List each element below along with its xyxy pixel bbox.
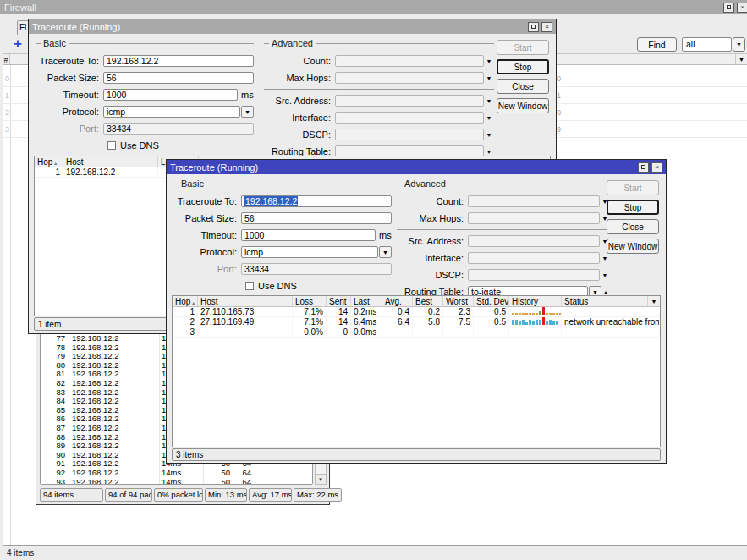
column-header-loss[interactable]: Loss (293, 296, 327, 306)
ping-seq: 83 (41, 388, 69, 398)
use-dns-checkbox[interactable] (107, 141, 116, 150)
ping-seq: 82 (41, 379, 69, 388)
filter-dropdown[interactable]: all (682, 37, 732, 52)
max-hops-field[interactable] (335, 72, 484, 84)
column-header-history[interactable]: History (509, 296, 562, 306)
chevron-down-icon[interactable]: ▼ (484, 75, 494, 81)
ping-status-cell: Avg: 17 ms (249, 488, 292, 502)
sort-icon: ▴ (54, 161, 57, 166)
ping-host: 192.168.12.2 (69, 469, 160, 478)
protocol-dropdown-button[interactable]: ▼ (379, 246, 392, 258)
traceroute-to-field[interactable]: 192.168.12.2 (241, 195, 392, 207)
packet-size-field[interactable]: 56 (241, 212, 392, 224)
firewall-titlebar: Firewall × (0, 0, 747, 14)
start-button[interactable]: Start (497, 40, 549, 55)
ping-seq: 77 (41, 334, 69, 343)
chevron-down-icon[interactable]: ▼ (484, 149, 494, 155)
close-button[interactable]: Close (497, 79, 549, 94)
protocol-dropdown-button[interactable]: ▼ (241, 106, 254, 118)
table-row[interactable]: 2 27.110.169.49 7.1% 14 6.4ms 6.4 5.8 7.… (173, 317, 660, 327)
column-header-last[interactable]: Last (351, 296, 382, 306)
column-selector-button[interactable]: ▼ (648, 296, 660, 306)
add-rule-button[interactable]: + (14, 36, 22, 52)
src-address-field[interactable] (335, 95, 484, 107)
column-header-status[interactable]: Status (562, 296, 648, 306)
interface-field[interactable] (468, 252, 600, 264)
dialog-buttons: Start Stop Close New Window (497, 40, 549, 113)
dialog-titlebar[interactable]: Traceroute (Running) × (29, 19, 556, 34)
column-selector-button[interactable]: ▼ (735, 54, 747, 64)
find-button[interactable]: Find (637, 37, 677, 52)
protocol-field[interactable]: icmp (103, 106, 240, 118)
chevron-down-icon: ▼ (382, 250, 388, 255)
use-dns-checkbox[interactable] (245, 282, 254, 290)
max-hops-field[interactable] (468, 212, 600, 224)
port-label: Port: (173, 264, 241, 274)
chevron-down-icon[interactable]: ▼ (600, 272, 610, 278)
dialog-titlebar[interactable]: Traceroute (Running) × (167, 160, 666, 174)
dialog-maximize-button[interactable] (638, 162, 649, 173)
column-header-hop[interactable]: Hop▴ (173, 296, 198, 306)
chevron-down-icon[interactable]: ▼ (484, 58, 494, 64)
dialog-close-button[interactable]: × (651, 162, 662, 173)
item-count: 1 item (38, 320, 61, 329)
table-row[interactable]: 3 0.0% 0 0.0ms (173, 327, 660, 338)
chevron-down-icon[interactable]: ▼ (484, 132, 494, 138)
column-header-avg[interactable]: Avg. (382, 296, 413, 306)
loss-cell: 7.1% (293, 317, 327, 327)
src-address-field[interactable] (468, 235, 600, 247)
packet-size-field[interactable]: 56 (103, 72, 254, 84)
column-header-worst[interactable]: Worst (443, 296, 474, 306)
table-row[interactable]: 1 27.110.165.73 7.1% 14 0.2ms 0.4 0.2 2.… (173, 307, 660, 317)
protocol-field[interactable]: icmp (241, 246, 378, 258)
timeout-field[interactable]: 1000 (103, 89, 238, 101)
count-field[interactable] (468, 195, 600, 207)
dscp-label: DSCP: (397, 270, 468, 280)
chevron-down-icon: ▼ (736, 41, 742, 47)
chevron-down-icon[interactable]: ▼ (484, 98, 494, 104)
column-header-sent[interactable]: Sent (327, 296, 351, 306)
dialog-maximize-button[interactable] (528, 22, 539, 32)
close-button[interactable]: Close (607, 219, 659, 234)
start-button[interactable]: Start (607, 180, 659, 195)
section-divider (264, 89, 494, 90)
loss-cell: 7.1% (293, 307, 327, 316)
stop-button[interactable]: Stop (497, 59, 549, 74)
ping-row[interactable]: 92 192.168.12.2 14ms 50 64 (41, 469, 312, 478)
chevron-down-icon[interactable]: ▼ (484, 115, 494, 121)
stddev-cell: 0.5 (474, 317, 509, 327)
interface-field[interactable] (335, 112, 484, 124)
dscp-field[interactable] (468, 269, 600, 281)
column-header-host[interactable]: Host (63, 156, 158, 167)
firewall-tab-filter-rules[interactable]: Fi (17, 20, 29, 35)
column-header-number[interactable]: # (3, 54, 10, 64)
port-label: Port: (36, 124, 103, 134)
column-header-host[interactable]: Host (198, 296, 293, 306)
chevron-up-icon[interactable]: ▲ (601, 289, 610, 295)
ping-size: 50 (204, 469, 233, 478)
column-header-best[interactable]: Best (413, 296, 443, 306)
basic-section: Basic Traceroute To:192.168.12.2 Packet … (36, 38, 254, 156)
scroll-down-button[interactable]: ▼ (316, 474, 326, 484)
new-window-button[interactable]: New Window (497, 98, 549, 113)
src-address-label: Src. Address: (397, 236, 468, 246)
dialog-close-button[interactable]: × (541, 22, 552, 32)
column-header-hop[interactable]: Hop▴ (35, 156, 63, 167)
firewall-maximize-button[interactable] (723, 3, 734, 13)
status-cell (562, 327, 660, 337)
stop-button[interactable]: Stop (607, 200, 659, 215)
chevron-down-icon[interactable]: ▼ (600, 255, 610, 261)
ping-row[interactable]: 93 192.168.12.2 14ms 50 64 (41, 478, 312, 486)
history-sparkline (509, 317, 562, 327)
host-cell: 27.110.165.73 (198, 307, 293, 316)
new-window-button[interactable]: New Window (607, 239, 659, 254)
traceroute-to-field[interactable]: 192.168.12.2 (103, 55, 254, 67)
firewall-close-button[interactable]: × (737, 3, 747, 13)
ping-seq: 84 (41, 397, 69, 406)
max-hops-label: Max Hops: (264, 73, 335, 83)
count-field[interactable] (335, 55, 484, 67)
dscp-field[interactable] (335, 129, 484, 140)
column-header-stddev[interactable]: Std. Dev. (474, 296, 509, 306)
timeout-field[interactable]: 1000 (241, 229, 376, 241)
filter-dropdown-button[interactable]: ▼ (733, 37, 745, 52)
